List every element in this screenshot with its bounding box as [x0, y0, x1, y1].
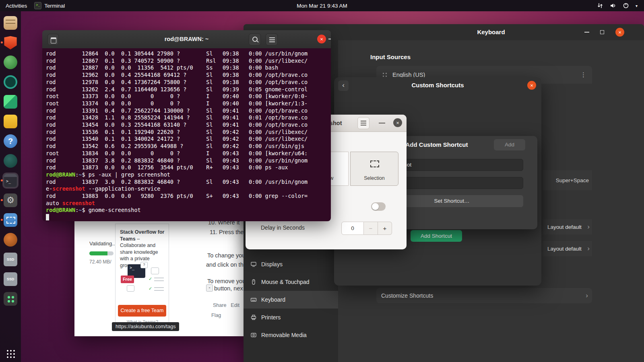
minimize-icon[interactable] [328, 39, 331, 39]
chevron-right-icon: › [586, 292, 588, 300]
screenshot-tool-icon [4, 213, 17, 227]
show-pointer-toggle[interactable] [371, 202, 386, 211]
increment-button[interactable]: + [378, 222, 392, 235]
compose-key-row[interactable]: Layout default› [543, 241, 592, 256]
swirl-app-app-icon[interactable] [2, 232, 19, 248]
ad-illustration: >_ ? Free ✓ ✓ [116, 263, 169, 303]
terminal-line: rod 13837 3.8 0.2 883832 46840 ? Sl 09:4… [46, 157, 331, 165]
ad-title: Stack Overflow for Teams [120, 229, 164, 242]
clock[interactable]: Mon Mar 21 9:43 AM [297, 3, 347, 9]
green-app-app-icon[interactable] [2, 54, 19, 70]
close-icon[interactable]: × [615, 28, 624, 37]
terminal-output[interactable]: rod 12864 0.0 0.1 305444 27980 ? Sl 09:3… [42, 48, 331, 221]
hamburger-menu-icon[interactable] [266, 33, 278, 45]
speech-bubble-icon [151, 267, 159, 274]
terminal-window[interactable]: rod@BRAWN: ~ × rod 12864 0.0 0.1 305444 … [42, 30, 331, 221]
list-item-11: 11. Press the [210, 229, 244, 235]
add-shortcut-button[interactable]: Add Shortcut [411, 230, 462, 242]
terminal-line: rod@BRAWN:~$ ps -aux | grep screenshot [46, 171, 331, 179]
minus-key-kbd: - [206, 284, 213, 292]
power-icon [623, 2, 629, 9]
terminal-line: rod 13837 3.0 0.2 883832 46840 ? Sl 09:4… [46, 179, 331, 186]
terminal-headerbar[interactable]: rod@BRAWN: ~ × [42, 30, 331, 49]
close-icon[interactable]: × [527, 81, 536, 90]
terminal-line: e-screenshot --gapplication-service [46, 185, 331, 193]
alternate-characters-row[interactable]: Layout default› [543, 219, 592, 234]
shortcut-accel-row: Super+Space [543, 170, 592, 190]
running-indicator [1, 199, 3, 201]
drag-handle-icon[interactable] [382, 72, 388, 78]
show-applications-icon[interactable] [6, 349, 15, 358]
question-bubble-icon: ? [140, 262, 148, 268]
minimize-icon[interactable] [584, 32, 589, 33]
dark-app-app-icon[interactable] [2, 153, 19, 169]
create-team-button[interactable]: Create a free Team [118, 305, 166, 317]
paragraph-line: To remove you [207, 278, 246, 284]
terminal-line: rod 13873 0.0 0.0 12756 3544 pts/0 R+ 09… [46, 164, 331, 171]
teal-app-app-icon[interactable] [2, 74, 19, 90]
close-icon[interactable]: × [317, 35, 326, 43]
sidebar-item-label: Mouse & Touchpad [261, 279, 310, 285]
download-size: 72.40 MB/ [89, 259, 111, 265]
delay-value[interactable]: 0 [341, 222, 364, 235]
search-icon[interactable] [249, 33, 261, 45]
brave-app-icon[interactable] [2, 35, 19, 51]
sidebar-item-removable-media[interactable]: Removable Media [244, 326, 338, 344]
terminal-line: rod 12887 0.0 0.0 11356 5412 pts/0 Ss 09… [46, 64, 331, 72]
terminal-line: rod 12962 0.0 0.4 25544168 69412 ? Sl 09… [46, 72, 331, 79]
kebab-menu-icon[interactable]: ⋮ [580, 71, 586, 78]
selection-icon [370, 160, 379, 167]
close-icon[interactable]: × [393, 118, 402, 127]
running-indicator [1, 41, 3, 43]
terminal-line: auto screenshot [46, 200, 331, 207]
ssd-drive-1-app-icon[interactable]: SSD [2, 251, 19, 267]
files-app-icon[interactable] [2, 15, 19, 31]
dark-app-icon [4, 154, 17, 168]
sidebar-item-keyboard[interactable]: Keyboard [244, 291, 338, 309]
download-progress-fill [89, 251, 107, 255]
flag-link[interactable]: Flag [211, 313, 221, 318]
terminal-title: rod@BRAWN: ~ [42, 30, 331, 48]
sidebar-item-label: Displays [261, 261, 283, 267]
terminal-line: root 13374 0.0 0.0 0 0 ? I 09:40 0:00 [k… [46, 100, 331, 107]
maximize-icon[interactable] [600, 30, 604, 34]
customize-shortcuts-row[interactable]: Customize Shortcuts› [376, 288, 592, 303]
capture-selection-tile[interactable]: Selection [350, 152, 398, 186]
chevron-right-icon: › [587, 245, 590, 253]
help-icon [4, 134, 17, 148]
decrement-button[interactable]: − [364, 222, 378, 235]
yellow-app-icon [4, 115, 17, 128]
paragraph-line: button, nex [214, 285, 243, 292]
dots-app-app-icon[interactable] [2, 291, 19, 307]
sidebar-item-mouse-touchpad[interactable]: Mouse & Touchpad [244, 273, 338, 291]
sidebar-item-label: Keyboard [261, 296, 285, 303]
free-badge: Free [121, 276, 134, 283]
teal-app-icon [4, 75, 17, 89]
customize-shortcuts-label: Customize Shortcuts [381, 292, 433, 299]
printer-icon [250, 314, 257, 321]
terminal-line: rod 13428 1.1 0.8 25585224 141944 ? Sl 0… [46, 114, 331, 121]
add-button[interactable]: Add [494, 139, 525, 150]
screenshot-tool-app-icon[interactable] [2, 212, 19, 228]
delay-spinner: 0 − + [341, 222, 392, 235]
settings-app-icon[interactable] [2, 192, 19, 208]
chevron-right-icon: › [587, 223, 590, 231]
minimize-icon[interactable] [379, 123, 385, 123]
sidebar-item-printers[interactable]: Printers [244, 309, 338, 326]
yellow-app-app-icon[interactable] [2, 113, 19, 130]
input-sources-heading: Input Sources [370, 53, 411, 60]
download-status: Validating... [89, 241, 116, 247]
sidebar-item-displays[interactable]: Displays [244, 255, 338, 273]
settings-panel-title: Keyboard [338, 24, 644, 40]
edit-link[interactable]: Edit [231, 302, 239, 308]
terminal-line [46, 214, 331, 221]
share-link[interactable]: Share [213, 302, 226, 308]
ssd-drive-2-app-icon[interactable]: SSD [2, 271, 19, 287]
system-status-area[interactable]: ▾ [597, 2, 644, 9]
hamburger-menu-icon[interactable] [357, 117, 369, 129]
terminal-line: rod 12864 0.0 0.1 305444 27980 ? Sl 09:3… [46, 50, 331, 58]
delay-label: Delay in Seconds [261, 224, 305, 231]
terminal-app-icon[interactable] [2, 173, 19, 189]
boxes-app-icon[interactable] [2, 94, 19, 110]
help-app-icon[interactable] [2, 133, 19, 149]
